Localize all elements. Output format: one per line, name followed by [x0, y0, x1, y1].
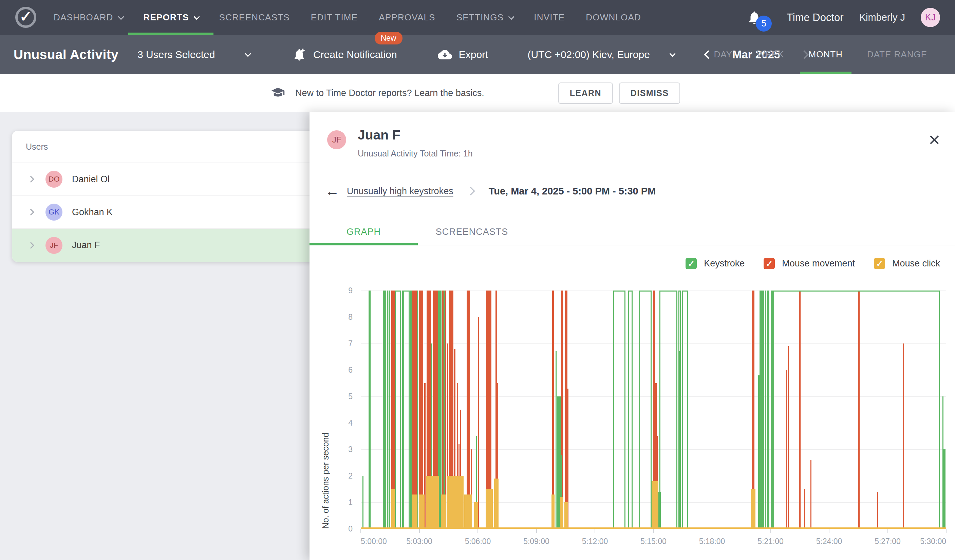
chevron-down-icon — [508, 14, 515, 20]
x-axis-tick-label: 5:30:00 — [920, 537, 946, 546]
chevron-down-icon — [193, 14, 200, 20]
nav-item-download[interactable]: DOWNLOAD — [575, 0, 651, 35]
nav-item-settings[interactable]: SETTINGS — [446, 0, 524, 35]
keystroke-mark — [767, 291, 769, 529]
mouse_click-mark — [560, 497, 564, 529]
nav-item-edit-time[interactable]: EDIT TIME — [301, 0, 368, 35]
export-label: Export — [459, 49, 488, 60]
x-axis-tick — [653, 529, 654, 533]
breadcrumb-link[interactable]: Unusually high keystrokes — [347, 186, 453, 197]
keystroke-mark — [613, 291, 625, 529]
mouse_click-mark — [474, 502, 478, 529]
graduation-cap-icon — [271, 86, 285, 100]
report-toolbar: Unusual Activity 3 Users Selected New Cr… — [0, 35, 955, 74]
nav-item-screencasts[interactable]: SCREENCASTS — [209, 0, 301, 35]
x-axis-tick — [595, 529, 595, 533]
dismiss-button[interactable]: DISMISS — [619, 83, 681, 104]
legend-item-mouse-movement[interactable]: ✓Mouse movement — [764, 258, 855, 269]
time-doctor-logo-icon[interactable]: ✓ — [15, 7, 36, 28]
nav-item-reports[interactable]: REPORTS — [133, 0, 209, 35]
nav-item-label: INVITE — [534, 12, 565, 23]
view-switcher: DAYWEEKMONTHDATE RANGE — [701, 35, 939, 74]
close-icon[interactable]: × — [928, 130, 940, 149]
nav-item-approvals[interactable]: APPROVALS — [368, 0, 446, 35]
keystroke-mark — [403, 291, 410, 529]
x-axis-tick — [419, 529, 420, 533]
expand-chevron-icon[interactable] — [28, 209, 34, 216]
view-date-range[interactable]: DATE RANGE — [855, 35, 939, 74]
mouse_click-mark — [441, 494, 446, 529]
create-notification-button[interactable]: New Create Notification — [292, 47, 397, 62]
mouse_click-mark — [419, 494, 424, 529]
user-avatar[interactable]: KJ — [921, 8, 940, 27]
x-axis-tick — [770, 529, 771, 533]
tab-screencasts[interactable]: SCREENCASTS — [418, 219, 526, 245]
x-axis-tick — [829, 529, 830, 533]
nav-item-dashboard[interactable]: DASHBOARD — [53, 0, 133, 35]
back-arrow-icon[interactable]: ← — [325, 184, 340, 198]
x-axis-tick — [888, 529, 888, 533]
detail-subtitle: Unusual Activity Total Time: 1h — [358, 149, 473, 158]
nav-item-label: DOWNLOAD — [586, 12, 641, 23]
view-day[interactable]: DAY — [701, 35, 745, 74]
mouse_click-mark — [551, 494, 555, 529]
checkbox-checked-icon[interactable]: ✓ — [874, 258, 885, 269]
x-axis-tick — [478, 529, 478, 533]
mouse_movement-mark — [412, 291, 416, 529]
detail-user-name: Juan F — [358, 128, 401, 142]
users-selected-dropdown[interactable]: 3 Users Selected — [138, 49, 249, 60]
legend-label: Mouse click — [892, 258, 940, 269]
page-title: Unusual Activity — [14, 47, 119, 62]
detail-tabs: GRAPHSCREENCASTS — [310, 219, 955, 246]
chart-legend: ✓Keystroke✓Mouse movement✓Mouse click — [686, 258, 940, 269]
user-name-label: Gokhan K — [72, 207, 113, 217]
keystroke-mark — [443, 291, 445, 529]
y-axis-tick-label: 0 — [348, 524, 352, 533]
view-week[interactable]: WEEK — [745, 35, 797, 74]
banner-buttons: LEARN DISMISS — [558, 83, 681, 104]
nav-item-label: SCREENCASTS — [219, 12, 290, 23]
mouse_click-mark — [391, 489, 395, 529]
x-axis-tick — [536, 529, 537, 533]
keystroke-mark — [773, 291, 940, 529]
nav-item-label: SETTINGS — [456, 12, 504, 23]
breadcrumb-current: Tue, Mar 4, 2025 - 5:00 PM - 5:30 PM — [489, 186, 656, 197]
user-row-gokhan-k[interactable]: GKGokhan K — [12, 196, 324, 229]
user-name-label: Juan F — [72, 240, 100, 250]
notifications-bell-button[interactable]: 5 — [747, 9, 762, 26]
banner-content: New to Time Doctor reports? Learn the ba… — [271, 83, 680, 104]
mouse_click-mark — [412, 494, 417, 529]
view-month[interactable]: MONTH — [797, 35, 855, 74]
learn-button[interactable]: LEARN — [558, 83, 613, 104]
expand-chevron-icon[interactable] — [28, 176, 34, 183]
x-axis-tick-label: 5:24:00 — [816, 537, 842, 546]
user-name-label: Daniel Ol — [72, 174, 110, 185]
keystroke-mark — [628, 291, 632, 529]
legend-item-keystroke[interactable]: ✓Keystroke — [686, 258, 745, 269]
nav-right: 5 Time Doctor Kimberly J KJ — [747, 0, 940, 35]
timezone-dropdown[interactable]: (UTC +02:00) Kiev, Europe — [528, 49, 674, 60]
timezone-label: (UTC +02:00) Kiev, Europe — [528, 49, 650, 60]
checkbox-checked-icon[interactable]: ✓ — [764, 258, 775, 269]
tab-graph[interactable]: GRAPH — [310, 219, 418, 245]
user-row-daniel-ol[interactable]: DODaniel Ol — [12, 163, 324, 196]
user-name[interactable]: Kimberly J — [859, 12, 905, 23]
mouse_click-mark — [426, 476, 439, 529]
nav-item-label: APPROVALS — [379, 12, 435, 23]
keystroke-mark — [395, 291, 401, 529]
expand-chevron-icon[interactable] — [28, 242, 34, 249]
legend-item-mouse-click[interactable]: ✓Mouse click — [874, 258, 940, 269]
chevron-right-icon — [466, 187, 475, 195]
export-button[interactable]: Export — [437, 47, 488, 62]
checkbox-checked-icon[interactable]: ✓ — [686, 258, 697, 269]
notification-count-badge: 5 — [756, 16, 772, 31]
keystroke-mark — [369, 291, 371, 529]
keystroke-mark — [383, 291, 386, 529]
keystroke-mark — [417, 291, 418, 529]
user-row-juan-f[interactable]: JFJuan F — [12, 229, 324, 262]
user-avatar: JF — [45, 237, 63, 254]
nav-item-invite[interactable]: INVITE — [523, 0, 575, 35]
keystroke-mark — [387, 291, 388, 529]
keystroke-mark — [944, 449, 946, 529]
y-axis-tick-label: 2 — [348, 471, 352, 480]
